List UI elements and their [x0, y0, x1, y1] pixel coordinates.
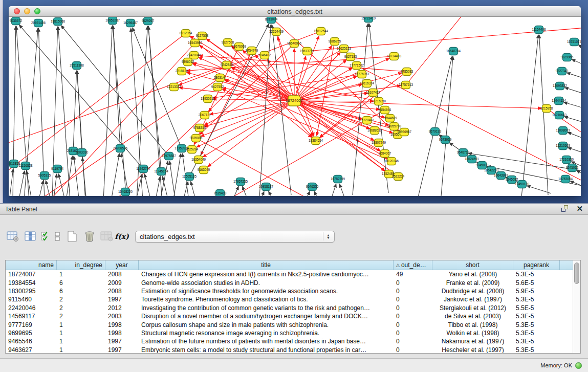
network-node[interactable]: 16543982: [188, 39, 203, 47]
network-node[interactable]: 8679193: [429, 128, 442, 136]
citation-edge[interactable]: [225, 80, 385, 154]
network-edge[interactable]: [330, 184, 336, 196]
network-edge[interactable]: [564, 102, 581, 109]
network-node[interactable]: 12450120: [515, 181, 530, 188]
network-node[interactable]: 9427552: [211, 83, 224, 91]
network-edge[interactable]: [304, 191, 310, 196]
citation-edge[interactable]: [101, 115, 205, 196]
network-node[interactable]: 15812544: [314, 28, 329, 35]
network-node[interactable]: 10975887: [162, 152, 177, 160]
network-node[interactable]: 17210350: [559, 156, 574, 164]
table-row[interactable]: 1456911722003Disruption of a novel membe…: [6, 312, 573, 320]
network-node[interactable]: 9684067: [379, 150, 391, 158]
network-node[interactable]: 20691406: [31, 19, 46, 27]
table-row[interactable]: 946362711997Embryonic stem cells: a mode…: [6, 346, 573, 353]
network-node[interactable]: 16782759: [331, 176, 345, 183]
network-node[interactable]: 9986255: [329, 38, 341, 46]
network-edge[interactable]: [521, 35, 538, 196]
table-row[interactable]: 946554611997Estimation of the future num…: [6, 337, 573, 345]
network-edge[interactable]: [73, 71, 77, 151]
citation-edge[interactable]: [203, 101, 294, 157]
network-node[interactable]: 12213373: [167, 83, 182, 91]
network-edge[interactable]: [173, 154, 181, 196]
network-node[interactable]: 18724007: [286, 96, 302, 106]
citation-edge[interactable]: [39, 43, 195, 196]
scrollbar-thumb[interactable]: [574, 262, 579, 284]
table-selector-dropdown[interactable]: citations_edges.txt ▲▼: [135, 231, 335, 243]
network-node[interactable]: 9163049: [198, 166, 210, 174]
network-node[interactable]: 7485083: [401, 68, 413, 76]
network-node[interactable]: 16648784: [446, 48, 461, 55]
citation-edge[interactable]: [317, 41, 335, 136]
network-node[interactable]: 9673919: [439, 136, 452, 144]
network-node[interactable]: 9127508: [196, 32, 209, 40]
network-node[interactable]: 16776053: [355, 71, 369, 78]
network-node[interactable]: 2003030: [76, 149, 89, 157]
network-edge[interactable]: [353, 24, 368, 195]
network-node[interactable]: 18024591: [465, 156, 480, 163]
network-edge[interactable]: [568, 147, 581, 154]
network-node[interactable]: 10688639: [367, 127, 382, 135]
network-node[interactable]: 19734493: [387, 53, 402, 60]
float-window-icon[interactable]: [561, 205, 569, 213]
network-node[interactable]: 9154694: [379, 106, 391, 114]
citation-edge[interactable]: [204, 49, 344, 125]
network-node[interactable]: 9035572: [10, 17, 23, 25]
network-node[interactable]: 2718126: [176, 68, 188, 75]
citation-edge[interactable]: [320, 93, 373, 138]
network-edge[interactable]: [191, 182, 196, 196]
citation-edge[interactable]: [201, 101, 294, 136]
network-node[interactable]: 12505135: [182, 173, 197, 181]
network-edge[interactable]: [155, 177, 160, 196]
network-edge[interactable]: [565, 87, 581, 95]
network-node[interactable]: 11098003: [556, 127, 570, 135]
network-edge[interactable]: [148, 26, 161, 171]
column-header-short[interactable]: short: [432, 260, 513, 270]
memory-ok-icon[interactable]: [575, 362, 582, 369]
network-node[interactable]: 18815068: [51, 18, 66, 26]
network-node[interactable]: 10653287: [105, 17, 120, 25]
network-node[interactable]: 16107427: [366, 89, 381, 97]
network-node[interactable]: 18757513: [399, 81, 413, 89]
network-node[interactable]: 16296487: [123, 19, 138, 27]
network-node[interactable]: 14955798: [387, 123, 402, 130]
network-node[interactable]: 12254439: [269, 28, 284, 36]
table-row[interactable]: 977716911998Corpus callosum shape and si…: [6, 320, 573, 329]
network-edge[interactable]: [269, 191, 274, 196]
network-edge[interactable]: [103, 26, 112, 196]
column-header-year[interactable]: year: [105, 260, 139, 270]
network-node[interactable]: 9546712: [457, 149, 470, 157]
network-node[interactable]: 9329966: [561, 54, 574, 61]
table-panel-header[interactable]: Table Panel ✕: [0, 203, 588, 215]
table-row[interactable]: 911546021997Tourette syndrome. Phenomeno…: [6, 295, 573, 303]
network-edge[interactable]: [24, 28, 38, 196]
new-column-icon[interactable]: [63, 228, 81, 245]
network-node[interactable]: 9629267: [142, 17, 155, 25]
column-header-title[interactable]: title: [139, 260, 394, 270]
column-header-pagerank[interactable]: pagerank: [513, 260, 560, 270]
network-node[interactable]: 11544609: [383, 115, 397, 122]
close-window-icon[interactable]: [14, 8, 20, 14]
network-edge[interactable]: [259, 191, 264, 196]
network-node[interactable]: 17957255: [233, 178, 248, 186]
network-edge[interactable]: [38, 181, 43, 196]
citation-edge[interactable]: [208, 101, 294, 167]
table-row[interactable]: 1872400712008Changes of HCN gene express…: [6, 270, 573, 278]
delete-column-icon[interactable]: [81, 228, 98, 245]
window-title-bar[interactable]: citations_edges.txt: [9, 6, 581, 17]
network-edge[interactable]: [46, 181, 51, 196]
network-node[interactable]: 15751074: [567, 38, 581, 46]
network-node[interactable]: 10958187: [259, 183, 274, 191]
network-edge[interactable]: [113, 26, 120, 148]
column-header-in_degree[interactable]: in_degree: [57, 260, 105, 270]
table-row[interactable]: 969969511998Structural magnetic resonanc…: [6, 329, 573, 337]
network-node[interactable]: 7635409: [214, 190, 227, 196]
column-header-name[interactable]: name: [6, 260, 57, 270]
network-canvas[interactable]: 1872400789129549127508165439822242004698…: [9, 17, 581, 196]
network-node[interactable]: 16640916: [287, 40, 302, 48]
network-edge[interactable]: [567, 73, 581, 79]
citation-edge[interactable]: [294, 52, 340, 101]
network-node[interactable]: 9546305: [306, 183, 319, 191]
network-node[interactable]: 5905315: [38, 172, 51, 180]
network-node[interactable]: 9227343: [556, 68, 569, 75]
